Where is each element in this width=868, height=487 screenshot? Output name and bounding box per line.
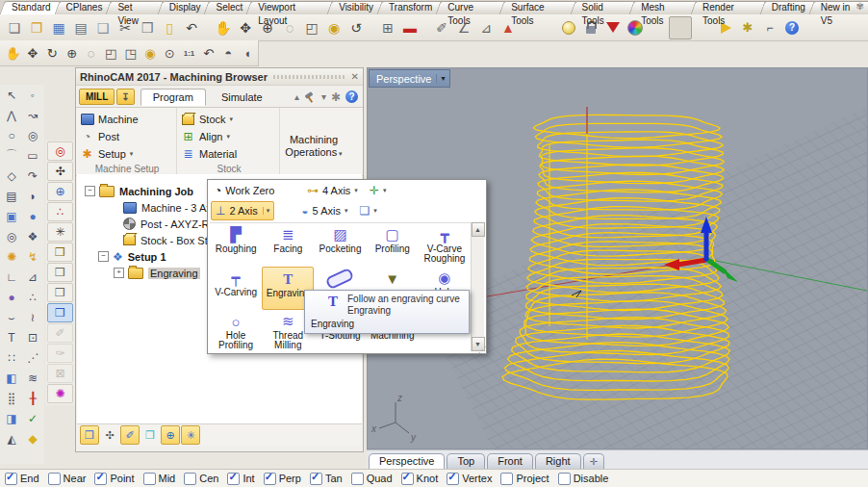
toggle-axes-display[interactable]: ✳ <box>181 425 200 445</box>
osnap-perp[interactable]: Perp <box>264 473 301 485</box>
toggle-world-cs[interactable]: ⊕ <box>161 425 180 445</box>
osnap-int[interactable]: Int <box>227 473 254 485</box>
zoom-window2-icon[interactable]: ◰ <box>102 43 120 63</box>
mesh-tri-icon[interactable]: ◭ <box>1 428 22 449</box>
axis5-button[interactable]: ◒5 Axis▾ <box>297 202 351 219</box>
check-tool-icon[interactable]: ✓ <box>22 408 43 428</box>
cam-preferences-icon[interactable]: ✺ <box>47 384 73 403</box>
close-icon[interactable]: ✕ <box>351 71 359 82</box>
zoom-window-icon[interactable]: ◰ <box>301 17 322 38</box>
torus-tool-icon[interactable]: ◎ <box>1 226 22 246</box>
walkabout-icon[interactable]: ◖ <box>239 43 257 63</box>
tab-simulate[interactable]: Simulate <box>210 90 274 105</box>
misc-ops-button-2[interactable]: ❏▾ <box>355 202 380 219</box>
machine-tool-icon[interactable]: ✣ <box>47 162 73 181</box>
stock-button[interactable]: Stock▾ <box>181 111 277 128</box>
pan-icon[interactable]: ✋ <box>213 17 234 38</box>
polysurface-tool-icon[interactable]: ❖ <box>22 226 43 246</box>
menu-tab-visibility[interactable]: Visibility <box>329 1 383 14</box>
arc-tool-icon[interactable]: ⌒ <box>1 145 22 166</box>
dimension-icon[interactable]: ⌐ <box>759 17 780 38</box>
cutting-tool-icon[interactable]: ✑ <box>47 344 73 363</box>
rotate-view-icon[interactable]: ↺ <box>345 17 367 38</box>
undo-icon[interactable]: ↶ <box>181 17 202 38</box>
zoom-extents-icon[interactable]: ◳ <box>121 43 140 63</box>
tool-holder-icon[interactable]: ✐ <box>47 323 73 343</box>
osnap-quad[interactable]: Quad <box>351 473 393 485</box>
osnap-checkbox-tan[interactable] <box>310 473 322 485</box>
op-v-carve-roughing[interactable]: ┳V-Carve Roughing <box>419 223 471 267</box>
fillet-tool-icon[interactable]: ∟ <box>1 267 22 287</box>
circle-tool-icon[interactable]: ○ <box>1 125 22 145</box>
tab-program[interactable]: Program <box>140 89 206 106</box>
osnap-checkbox-point[interactable] <box>94 473 107 485</box>
undo-view-icon[interactable]: ↶ <box>199 43 217 63</box>
osnap-knot[interactable]: Knot <box>401 473 439 485</box>
axis4-button[interactable]: ⊶4 Axis▾ <box>303 182 362 199</box>
work-zero-button[interactable]: ◔Work Zero <box>211 182 299 199</box>
pan-view-icon[interactable]: ✋ <box>4 43 22 63</box>
osnap-checkbox-near[interactable] <box>48 473 61 485</box>
select-tool-icon[interactable]: ↖ <box>1 85 22 105</box>
osnap-near[interactable]: Near <box>48 473 87 485</box>
flyout-scrollbar[interactable]: ▲ ▼ <box>471 222 484 351</box>
point-cloud-icon[interactable]: ∴ <box>22 287 43 307</box>
move-icon[interactable]: ✥ <box>235 17 256 38</box>
menu-tab-surface-tools[interactable]: Surface Tools <box>501 1 575 14</box>
sphere-tool-icon[interactable]: ● <box>22 206 43 226</box>
point-tool-icon[interactable]: ◦ <box>22 85 43 105</box>
menu-tab-solid-tools[interactable]: Solid Tools <box>573 1 636 14</box>
hammer-icon[interactable] <box>304 91 317 103</box>
toggle-material-display[interactable]: ❒ <box>140 425 160 445</box>
menu-tab-cplanes[interactable]: CPlanes <box>57 1 113 14</box>
rectangle-tool-icon[interactable]: ▭ <box>22 145 43 166</box>
osnap-checkbox-disable[interactable] <box>558 473 571 485</box>
misc-ops-button-1[interactable]: ✛▾ <box>366 182 391 199</box>
solid-union-icon[interactable]: ◧ <box>1 368 22 388</box>
mill-module-button[interactable]: MILL <box>79 89 115 105</box>
menu-tab-display[interactable]: Display <box>160 1 211 14</box>
point-grid-icon[interactable]: ⊡ <box>22 327 43 347</box>
stock-cylinder-icon[interactable]: ❒ <box>47 263 73 282</box>
shade-mode-icon[interactable]: ▬ <box>399 17 421 38</box>
curve-edit-icon[interactable]: ≀ <box>22 307 43 327</box>
op-facing[interactable]: ≣Facing <box>262 223 314 267</box>
stock-part-icon[interactable]: ❒ <box>47 283 73 302</box>
machining-operations-button[interactable]: Machining Operations ▾ <box>285 134 342 160</box>
ghosted-sphere-icon[interactable] <box>669 16 692 39</box>
print-icon[interactable]: ▤ <box>70 17 91 38</box>
zoom-target-icon[interactable]: ⊙ <box>161 43 179 63</box>
rotate-camera-icon[interactable]: ✥ <box>23 43 41 63</box>
array-tool-icon[interactable]: ∷ <box>1 347 22 368</box>
no-stock-icon[interactable]: ⊠ <box>47 364 73 383</box>
setup-button[interactable]: ✱Setup▾ <box>80 145 174 163</box>
simulate-stock-icon[interactable]: ❒ <box>47 303 73 322</box>
options-gear-icon[interactable]: ✺ <box>1 246 22 267</box>
panel-drag-handle[interactable] <box>273 75 345 79</box>
polyline-tool-icon[interactable]: ⋀ <box>1 105 22 125</box>
osnap-checkbox-end[interactable] <box>5 473 17 485</box>
operations-tree-icon[interactable]: ∴ <box>47 202 73 221</box>
menu-tab-viewport-layout[interactable]: Viewport Layout <box>248 1 333 14</box>
polygon-tool-icon[interactable]: ◇ <box>1 166 22 186</box>
menu-tab-transform[interactable]: Transform <box>379 1 442 14</box>
tree-expand-icon[interactable]: − <box>98 251 109 262</box>
osnap-checkbox-perp[interactable] <box>264 473 276 485</box>
toggle-machine-display[interactable]: ✣ <box>100 425 119 445</box>
op-v-carving[interactable]: ┯V-Carving <box>210 267 262 310</box>
menu-tab-drafting[interactable]: Drafting <box>762 1 815 14</box>
op-roughing[interactable]: ▛Roughing <box>210 223 262 267</box>
op-pocketing[interactable]: ▨Pocketing <box>314 223 366 267</box>
new-file-icon[interactable]: ❏ <box>4 17 25 38</box>
osnap-checkbox-project[interactable] <box>500 473 513 485</box>
blend-curve-icon[interactable]: ⌣ <box>1 307 22 327</box>
gears-icon[interactable]: ✱ <box>737 17 758 38</box>
metaball-tool-icon[interactable]: ● <box>1 287 22 307</box>
export-icon[interactable]: ❑ <box>92 17 114 38</box>
osnap-vertex[interactable]: Vertex <box>447 473 492 485</box>
viewport-title-chip[interactable]: Perspective ▾ <box>369 69 450 88</box>
menu-tab-set-view[interactable]: Set View <box>108 1 163 14</box>
viewport-layout-icon[interactable]: ⊞ <box>377 17 398 38</box>
toggle-stock-display[interactable]: ❒ <box>80 425 99 445</box>
help-icon[interactable]: ? <box>345 90 358 103</box>
